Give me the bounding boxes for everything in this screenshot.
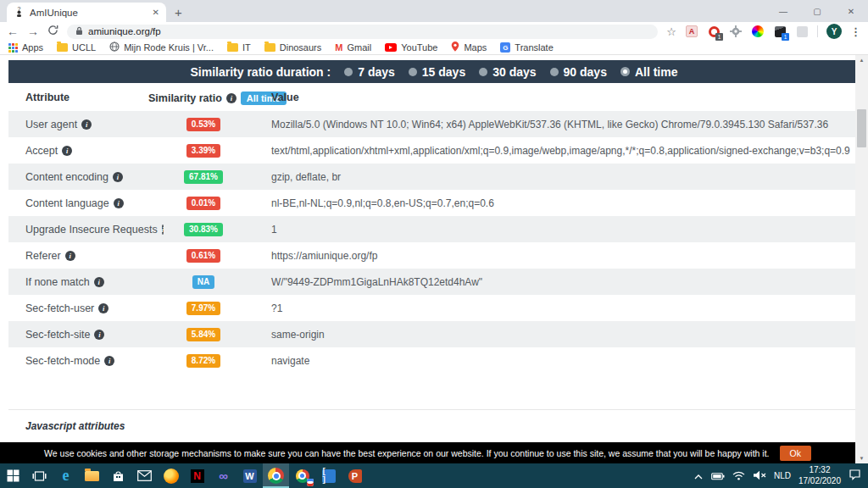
extension-generic-icon[interactable] — [795, 25, 809, 38]
extension-c-icon[interactable]: 1 — [707, 25, 721, 38]
brackets-app-icon[interactable]: [ ] — [315, 463, 342, 488]
attribute-name: Accept — [25, 145, 58, 157]
attribute-value: nl-BE,nl-NL;q=0.9,nl;q=0.8,en-US;q=0.7,e… — [250, 197, 860, 209]
attribute-value: same-origin — [250, 329, 860, 341]
bookmark-it[interactable]: IT — [227, 42, 251, 53]
forward-icon[interactable]: → — [27, 25, 39, 37]
duration-option-30days[interactable]: 30 days — [479, 65, 536, 79]
task-view-button[interactable] — [26, 463, 53, 488]
tab-close-icon[interactable]: ✕ — [153, 8, 159, 17]
youtube-icon — [385, 43, 397, 52]
extension-cube-icon[interactable]: 1 — [773, 25, 787, 38]
visual-studio-icon[interactable]: ∞ — [210, 463, 236, 488]
info-icon[interactable]: i — [81, 119, 92, 130]
toolbar-divider — [817, 25, 818, 37]
language-indicator[interactable]: NLD — [774, 471, 791, 480]
bookmark-maps[interactable]: Maps — [451, 42, 487, 53]
extension-badge: 1 — [782, 33, 789, 41]
duration-option-alltime[interactable]: All time — [620, 65, 678, 79]
netflix-icon[interactable]: N — [184, 463, 210, 488]
info-icon[interactable]: i — [113, 172, 123, 182]
scroll-down-icon[interactable]: ▼ — [855, 453, 868, 463]
bookmark-star-icon[interactable]: ☆ — [666, 25, 676, 38]
duration-option-15days[interactable]: 15 days — [409, 65, 465, 79]
attribute-value: https://amiunique.org/fp — [250, 250, 860, 262]
bookmark-gmail[interactable]: MGmail — [335, 42, 371, 53]
bookmark-ucll[interactable]: UCLL — [57, 42, 96, 53]
radio-icon[interactable] — [479, 68, 487, 76]
bookmark-rode-kruis[interactable]: Mijn Rode Kruis | Vr... — [109, 42, 214, 53]
bookmark-apps[interactable]: Apps — [8, 42, 43, 53]
profile-avatar[interactable]: Y — [826, 24, 842, 39]
tray-chevron-icon[interactable] — [693, 469, 704, 484]
menu-kebab-icon[interactable]: ⋮ — [850, 25, 861, 38]
globe-icon — [109, 42, 120, 53]
page-scrollbar[interactable]: ▲ ▼ — [855, 55, 868, 463]
info-icon[interactable]: i — [65, 251, 75, 261]
radio-icon[interactable] — [344, 68, 353, 76]
radio-selected-icon[interactable] — [620, 67, 630, 76]
edge-icon[interactable]: e — [53, 463, 79, 488]
bookmark-youtube[interactable]: YouTube — [385, 42, 437, 53]
bookmarks-bar: Apps UCLL Mijn Rode Kruis | Vr... IT Din… — [0, 41, 868, 55]
maximize-button[interactable]: ▢ — [800, 0, 834, 22]
file-explorer-icon[interactable] — [79, 463, 105, 488]
extension-colorwheel-icon[interactable] — [751, 25, 765, 38]
similarity-badge: 3.39% — [186, 144, 220, 158]
info-icon[interactable]: i — [62, 146, 72, 156]
bookmark-translate[interactable]: GTranslate — [500, 42, 553, 53]
info-icon[interactable]: i — [94, 277, 104, 287]
extension-gear-icon[interactable] — [729, 25, 743, 38]
radio-icon[interactable] — [550, 68, 559, 76]
close-button[interactable]: ✕ — [834, 0, 868, 22]
microsoft-store-icon[interactable] — [105, 463, 131, 488]
table-row: Upgrade Insecure Requestsi 30.83% 1 — [8, 216, 860, 242]
refresh-icon[interactable] — [47, 24, 58, 39]
info-icon[interactable]: i — [114, 198, 124, 208]
browser-tab[interactable]: ? AmIUnique ✕ — [7, 3, 166, 22]
section-divider — [8, 409, 860, 410]
back-icon[interactable]: ← — [7, 25, 19, 37]
folder-icon — [227, 43, 238, 52]
info-icon[interactable]: i — [98, 303, 108, 313]
start-button[interactable] — [0, 463, 26, 488]
duration-option-7days[interactable]: 7 days — [344, 65, 395, 79]
similarity-badge: 0.61% — [186, 249, 220, 263]
info-icon[interactable]: i — [94, 330, 104, 340]
attribute-name: Sec-fetch-site — [25, 329, 90, 341]
attribute-name: Upgrade Insecure Requests — [25, 224, 158, 236]
new-tab-button[interactable]: + — [175, 5, 182, 19]
duration-option-90days[interactable]: 90 days — [550, 65, 607, 79]
table-row: Sec-fetch-modei 8.72% navigate — [8, 347, 860, 374]
secure-browser-icon[interactable] — [289, 463, 315, 488]
extension-acrobat-icon[interactable]: A — [685, 25, 698, 38]
mail-icon[interactable] — [131, 463, 158, 488]
scroll-up-icon[interactable]: ▲ — [855, 55, 868, 65]
browser-tab-strip: ? AmIUnique ✕ + — ▢ ✕ — [0, 0, 868, 22]
taskbar-clock[interactable]: 17:32 17/02/2020 — [798, 465, 841, 486]
powerpoint-icon[interactable]: P — [342, 463, 368, 488]
volume-muted-icon[interactable] — [753, 469, 766, 484]
info-icon[interactable]: i — [104, 356, 114, 366]
cookie-ok-button[interactable]: Ok — [780, 446, 811, 461]
bookmark-dinosaurs[interactable]: Dinosaurs — [264, 42, 322, 53]
word-icon[interactable]: W — [236, 463, 263, 488]
table-row: If none matchi NA W/"9449-ZDPmm1GigaLnHA… — [8, 269, 860, 295]
firefox-icon[interactable] — [158, 463, 184, 488]
attribute-value: navigate — [250, 355, 860, 367]
url-text[interactable]: amiunique.org/fp — [88, 26, 161, 36]
attributes-table: Attribute Similarity ratio i All time Va… — [8, 83, 860, 374]
chrome-icon-active[interactable] — [263, 463, 289, 488]
browser-toolbar: ← → amiunique.org/fp ☆ A 1 1 Y ⋮ — [0, 22, 868, 41]
radio-icon[interactable] — [409, 68, 417, 76]
scrollbar-thumb[interactable] — [857, 109, 866, 147]
info-icon[interactable]: i — [226, 93, 236, 103]
wifi-icon[interactable] — [732, 469, 745, 484]
lock-icon — [75, 24, 83, 39]
battery-icon[interactable] — [711, 469, 725, 484]
tab-title: AmIUnique — [30, 8, 147, 18]
action-center-icon[interactable] — [849, 469, 861, 484]
attribute-name: Content encoding — [25, 171, 108, 183]
minimize-button[interactable]: — — [766, 0, 800, 22]
address-bar[interactable]: amiunique.org/fp — [67, 25, 658, 39]
